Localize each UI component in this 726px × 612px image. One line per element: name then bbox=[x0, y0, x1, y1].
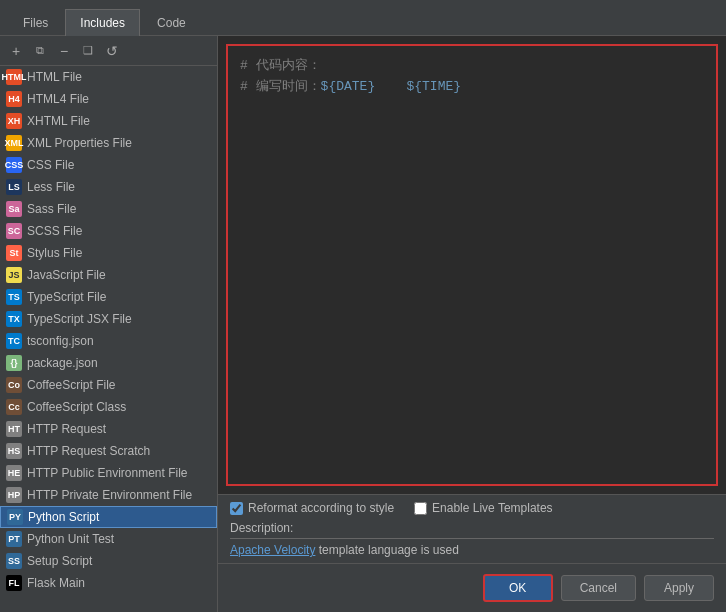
file-name-label: HTTP Request bbox=[27, 422, 106, 436]
file-type-icon: TC bbox=[6, 333, 22, 349]
file-type-icon: PT bbox=[6, 531, 22, 547]
live-templates-label: Enable Live Templates bbox=[432, 501, 553, 515]
file-item[interactable]: HEHTTP Public Environment File bbox=[0, 462, 217, 484]
file-name-label: package.json bbox=[27, 356, 98, 370]
file-item[interactable]: FLFlask Main bbox=[0, 572, 217, 594]
file-name-label: TypeScript JSX File bbox=[27, 312, 132, 326]
left-panel: + ⧉ − ❑ ↺ HTMLHTML FileH4HTML4 FileXHXHT… bbox=[0, 36, 218, 612]
apply-button[interactable]: Apply bbox=[644, 575, 714, 601]
description-label: Description: bbox=[230, 521, 714, 535]
file-type-icon: {} bbox=[6, 355, 22, 371]
file-name-label: Python Script bbox=[28, 510, 99, 524]
file-item[interactable]: SSSetup Script bbox=[0, 550, 217, 572]
apache-velocity-link[interactable]: Apache Velocity bbox=[230, 543, 315, 557]
file-type-icon: HP bbox=[6, 487, 22, 503]
toolbar: + ⧉ − ❑ ↺ bbox=[0, 36, 217, 66]
file-item[interactable]: H4HTML4 File bbox=[0, 88, 217, 110]
file-type-icon: HT bbox=[6, 421, 22, 437]
file-type-icon: HTML bbox=[6, 69, 22, 85]
description-text: Apache Velocity template language is use… bbox=[230, 543, 714, 557]
file-type-icon: JS bbox=[6, 267, 22, 283]
file-item[interactable]: SCSCSS File bbox=[0, 220, 217, 242]
file-name-label: JavaScript File bbox=[27, 268, 106, 282]
file-item[interactable]: SaSass File bbox=[0, 198, 217, 220]
file-type-icon: LS bbox=[6, 179, 22, 195]
file-name-label: HTTP Private Environment File bbox=[27, 488, 192, 502]
file-item[interactable]: PTPython Unit Test bbox=[0, 528, 217, 550]
file-item[interactable]: TXTypeScript JSX File bbox=[0, 308, 217, 330]
file-item[interactable]: CoCoffeeScript File bbox=[0, 374, 217, 396]
tab-files[interactable]: Files bbox=[8, 9, 63, 36]
file-type-icon: SC bbox=[6, 223, 22, 239]
file-item[interactable]: HSHTTP Request Scratch bbox=[0, 440, 217, 462]
file-name-label: CoffeeScript Class bbox=[27, 400, 126, 414]
main-content: + ⧉ − ❑ ↺ HTMLHTML FileH4HTML4 FileXHXHT… bbox=[0, 36, 726, 612]
file-item[interactable]: HTMLHTML File bbox=[0, 66, 217, 88]
file-name-label: XML Properties File bbox=[27, 136, 132, 150]
file-name-label: HTML4 File bbox=[27, 92, 89, 106]
reset-button[interactable]: ↺ bbox=[102, 41, 122, 61]
duplicate-button[interactable]: ❑ bbox=[78, 41, 98, 61]
file-name-label: XHTML File bbox=[27, 114, 90, 128]
file-type-icon: HS bbox=[6, 443, 22, 459]
file-name-label: Stylus File bbox=[27, 246, 82, 260]
tab-includes[interactable]: Includes bbox=[65, 9, 140, 36]
reformat-label: Reformat according to style bbox=[248, 501, 394, 515]
file-item[interactable]: StStylus File bbox=[0, 242, 217, 264]
live-templates-checkbox[interactable] bbox=[414, 502, 427, 515]
file-type-icon: TS bbox=[6, 289, 22, 305]
file-name-label: Less File bbox=[27, 180, 75, 194]
file-type-icon: HE bbox=[6, 465, 22, 481]
file-type-icon: Cc bbox=[6, 399, 22, 415]
file-type-icon: PY bbox=[7, 509, 23, 525]
file-name-label: Flask Main bbox=[27, 576, 85, 590]
right-panel: # 代码内容： # 编写时间：${DATE} ${TIME} Reformat … bbox=[218, 36, 726, 612]
file-name-label: TypeScript File bbox=[27, 290, 106, 304]
code-line-2: # 编写时间：${DATE} ${TIME} bbox=[240, 77, 704, 98]
ok-button[interactable]: OK bbox=[483, 574, 553, 602]
file-name-label: HTML File bbox=[27, 70, 82, 84]
file-type-icon: SS bbox=[6, 553, 22, 569]
file-item[interactable]: LSLess File bbox=[0, 176, 217, 198]
description-rest: template language is used bbox=[315, 543, 458, 557]
file-type-icon: FL bbox=[6, 575, 22, 591]
file-name-label: Sass File bbox=[27, 202, 76, 216]
file-type-icon: Co bbox=[6, 377, 22, 393]
file-item[interactable]: JSJavaScript File bbox=[0, 264, 217, 286]
file-name-label: SCSS File bbox=[27, 224, 82, 238]
remove-button[interactable]: − bbox=[54, 41, 74, 61]
file-type-icon: CSS bbox=[6, 157, 22, 173]
file-item[interactable]: CcCoffeeScript Class bbox=[0, 396, 217, 418]
cancel-button[interactable]: Cancel bbox=[561, 575, 636, 601]
file-item[interactable]: PYPython Script bbox=[0, 506, 217, 528]
file-list: HTMLHTML FileH4HTML4 FileXHXHTML FileXML… bbox=[0, 66, 217, 612]
file-item[interactable]: HTHTTP Request bbox=[0, 418, 217, 440]
file-item[interactable]: TSTypeScript File bbox=[0, 286, 217, 308]
file-item[interactable]: CSSCSS File bbox=[0, 154, 217, 176]
reformat-checkbox-label[interactable]: Reformat according to style bbox=[230, 501, 394, 515]
live-templates-checkbox-label[interactable]: Enable Live Templates bbox=[414, 501, 553, 515]
description-divider bbox=[230, 538, 714, 539]
file-name-label: CSS File bbox=[27, 158, 74, 172]
file-name-label: Python Unit Test bbox=[27, 532, 114, 546]
file-item[interactable]: TCtsconfig.json bbox=[0, 330, 217, 352]
file-item[interactable]: HPHTTP Private Environment File bbox=[0, 484, 217, 506]
file-type-icon: XML bbox=[6, 135, 22, 151]
file-item[interactable]: XMLXML Properties File bbox=[0, 132, 217, 154]
tab-bar: Files Includes Code bbox=[0, 0, 726, 36]
file-item[interactable]: XHXHTML File bbox=[0, 110, 217, 132]
copy-button[interactable]: ⧉ bbox=[30, 41, 50, 61]
options-area: Reformat according to style Enable Live … bbox=[218, 494, 726, 563]
options-row: Reformat according to style Enable Live … bbox=[230, 501, 714, 515]
file-name-label: tsconfig.json bbox=[27, 334, 94, 348]
tab-code[interactable]: Code bbox=[142, 9, 201, 36]
add-button[interactable]: + bbox=[6, 41, 26, 61]
button-row: OK Cancel Apply bbox=[218, 563, 726, 612]
dialog: Files Includes Code + ⧉ − ❑ ↺ HTMLHTML F… bbox=[0, 0, 726, 612]
code-editor[interactable]: # 代码内容： # 编写时间：${DATE} ${TIME} bbox=[226, 44, 718, 486]
file-item[interactable]: {}package.json bbox=[0, 352, 217, 374]
reformat-checkbox[interactable] bbox=[230, 502, 243, 515]
file-type-icon: St bbox=[6, 245, 22, 261]
file-type-icon: TX bbox=[6, 311, 22, 327]
code-line-1: # 代码内容： bbox=[240, 56, 704, 77]
